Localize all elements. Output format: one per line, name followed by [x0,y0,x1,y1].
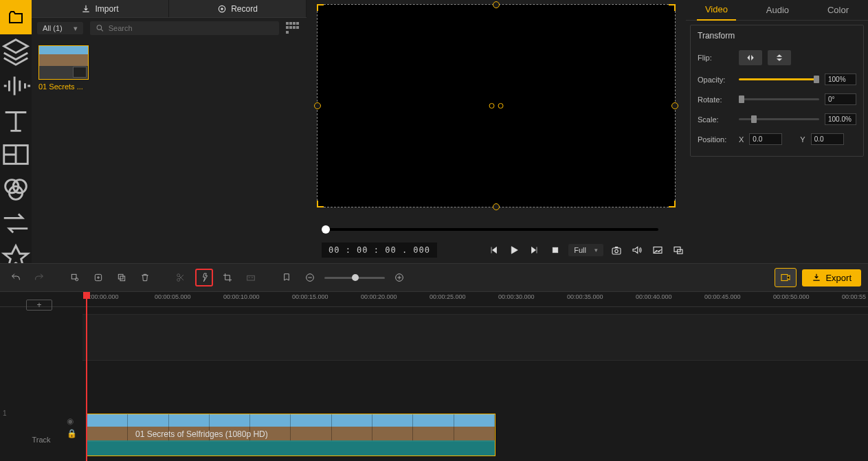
copy-button[interactable] [113,269,131,286]
center-anchor[interactable] [489,103,504,109]
timeline: + 0:00:00.00000:00:05.00000:00:10.00000:… [0,292,868,461]
import-label: Import [95,4,118,14]
media-clip-item[interactable]: 01 Secrets ... [38,45,90,91]
delete-button[interactable] [136,269,154,286]
ruler-mark: 00:00:50.000 [773,293,810,300]
resize-handle-bl[interactable] [317,201,324,207]
redo-button[interactable] [30,269,48,286]
media-tab-icon[interactable] [0,0,32,34]
position-x-value[interactable]: 0.0 [749,133,782,145]
track-visibility-icon[interactable]: ◉ [67,416,77,426]
position-y-value[interactable]: 0.0 [811,133,844,145]
rotate-slider[interactable] [739,98,819,100]
svg-point-6 [97,25,101,30]
scale-value[interactable]: 100.0% [825,113,856,125]
stop-button[interactable] [548,243,563,258]
playhead[interactable] [86,292,87,461]
flip-vertical-button[interactable] [768,50,791,65]
crop-button[interactable] [219,269,236,286]
preview-scrubber[interactable] [322,228,658,231]
empty-track-lane[interactable] [82,314,868,361]
zoom-in-button[interactable] [390,269,408,286]
safe-zone-button[interactable] [650,243,665,258]
timeline-ruler[interactable]: + 0:00:00.00000:00:05.00000:00:10.00000:… [0,292,868,307]
audio-icon[interactable] [0,69,32,103]
split-button[interactable] [172,269,190,286]
resize-handle-right[interactable] [671,102,678,109]
next-frame-button[interactable] [527,243,542,258]
ruler-mark: 00:00:05.000 [155,293,191,300]
timeline-clip[interactable]: 01 Secrets of Selfridges (1080p HD) [87,414,496,456]
record-label: Record [231,4,258,14]
resize-handle-left[interactable] [314,102,321,109]
preview-canvas[interactable] [317,4,676,207]
opacity-value[interactable]: 100% [825,74,856,85]
scale-label: Scale: [698,115,733,124]
play-button[interactable] [507,243,522,258]
timeline-toolbar: Export [0,263,868,292]
opacity-slider[interactable] [739,78,819,80]
flip-horizontal-button[interactable] [739,50,762,65]
scale-slider[interactable] [739,118,819,120]
zoom-out-button[interactable] [301,269,319,286]
text-icon[interactable] [0,103,32,137]
layers-icon[interactable] [0,34,32,69]
edit-tools-button[interactable] [66,269,84,286]
y-label: Y [800,135,805,144]
export-button[interactable]: Export [802,269,861,286]
resize-handle-tr[interactable] [669,4,676,11]
video-tab[interactable]: Video [697,0,736,21]
prev-frame-button[interactable] [486,243,501,258]
volume-button[interactable] [630,243,645,258]
search-input[interactable] [109,24,274,32]
rotate-value[interactable]: 0° [825,93,856,105]
undo-button[interactable] [7,269,25,286]
grid-view-toggle[interactable] [286,22,301,34]
snapshot-button[interactable] [609,243,624,258]
track-header: 1 Track ◉ 🔒 [0,420,82,458]
ruler-mark: 00:00:45.000 [704,293,741,300]
audio-tab[interactable]: Audio [758,0,797,20]
fullscreen-button[interactable] [671,243,686,258]
import-tab[interactable]: Import [32,0,169,17]
opacity-label: Opacity: [698,76,733,84]
library-filter-dropdown[interactable]: All (1) [37,22,83,34]
resize-handle-top[interactable] [493,1,500,8]
resize-handle-tl[interactable] [317,4,324,11]
resize-handle-bottom[interactable] [493,203,500,210]
track-label: Track [32,436,50,444]
ruler-mark: 00:00:55 [842,293,866,300]
import-icon [81,4,91,14]
color-button[interactable] [242,269,260,286]
aspect-ratio-dropdown[interactable]: Full [568,244,603,256]
position-label: Position: [698,135,733,144]
ruler-mark: 00:00:25.000 [430,293,466,300]
zoom-slider[interactable] [324,277,385,279]
color-tab[interactable]: Color [819,0,857,20]
clip-waveform [87,440,495,456]
record-icon [217,4,227,14]
ruler-mark: 00:00:10.000 [223,293,260,300]
track-number: 1 [3,409,7,417]
svg-rect-7 [553,247,559,253]
search-box[interactable] [90,21,279,35]
marker-button[interactable] [278,269,296,286]
record-tab[interactable]: Record [169,0,307,17]
filters-icon[interactable] [0,172,32,206]
zoom-knob[interactable] [352,274,359,281]
svg-point-5 [221,8,223,10]
split-screen-icon[interactable] [0,137,32,172]
clip-thumbnail [38,45,89,80]
video-track-lane[interactable]: 01 Secrets of Selfridges (1080p HD) [82,414,868,460]
transitions-icon[interactable] [0,206,32,240]
flip-label: Flip: [698,54,733,62]
transform-section-title: Transform [691,25,863,46]
scrubber-knob[interactable] [322,225,330,234]
speed-button[interactable] [195,269,213,286]
properties-panel: Video Audio Color Transform Flip: Opacit… [686,0,868,263]
svg-rect-16 [118,274,123,279]
render-preview-button[interactable] [775,268,797,287]
track-lock-icon[interactable]: 🔒 [67,429,77,438]
add-marker-button[interactable] [89,269,107,286]
resize-handle-br[interactable] [669,201,676,207]
